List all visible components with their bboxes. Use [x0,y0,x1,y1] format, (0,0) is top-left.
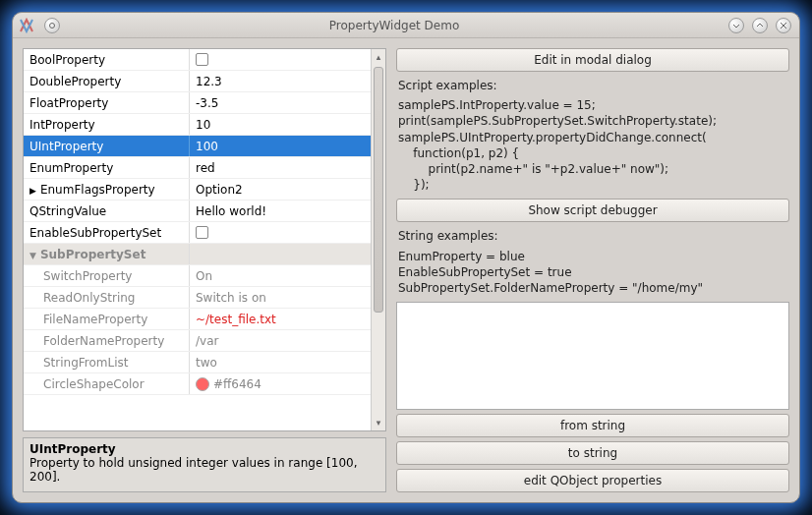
edit-modal-button[interactable]: Edit in modal dialog [396,48,789,72]
property-name: ▼SubPropertySet [24,248,189,261]
property-row[interactable]: UIntProperty100 [24,136,385,157]
property-row[interactable]: CircleShapeColor#ff6464 [24,373,385,395]
property-row[interactable]: EnableSubPropertySet [24,222,385,244]
titlebar: PropertyWidget Demo [13,13,799,38]
property-row[interactable]: FloatProperty-3.5 [24,92,385,114]
property-name: EnumProperty [24,161,189,175]
maximize-button[interactable] [752,18,768,33]
scroll-down-arrow[interactable]: ▾ [372,415,385,430]
property-row[interactable]: ▶EnumFlagsPropertyOption2 [24,179,385,200]
property-name: ReadOnlyString [24,291,189,305]
checkbox[interactable] [196,53,208,66]
property-name: SwitchProperty [24,269,189,283]
expand-right-icon: ▶ [29,186,36,196]
string-examples-label: String examples: [396,226,789,246]
property-name: BoolProperty [24,53,189,67]
property-table[interactable]: BoolPropertyDoubleProperty12.3FloatPrope… [23,48,386,431]
to-string-button[interactable]: to string [396,441,789,465]
show-debugger-button[interactable]: Show script debugger [396,199,789,222]
property-name: ▶EnumFlagsProperty [24,183,189,197]
window-title: PropertyWidget Demo [62,19,726,32]
property-value[interactable]: Hello world! [189,200,385,221]
property-name: FloatProperty [24,96,189,110]
description-box: UIntProperty Property to hold unsigned i… [23,437,386,492]
property-row[interactable]: FolderNameProperty/var [24,330,385,352]
property-name: FileNameProperty [24,313,189,326]
property-value[interactable]: 12.3 [189,71,385,91]
property-row[interactable]: SwitchPropertyOn [24,265,385,287]
script-examples-text: samplePS.IntProperty.value = 15; print(s… [396,95,789,195]
property-value[interactable]: ~/test_file.txt [189,309,385,329]
description-body: Property to hold unsigned integer values… [29,456,379,484]
property-name: EnableSubPropertySet [24,226,189,240]
string-input-textarea[interactable] [396,302,789,410]
property-row[interactable]: ▼SubPropertySet [24,244,385,265]
property-value[interactable]: 10 [189,114,385,135]
scrollbar[interactable]: ▴ ▾ [371,49,385,430]
property-name: UIntProperty [24,140,189,153]
svg-point-0 [50,23,55,28]
property-row[interactable]: StringFromListtwo [24,352,385,373]
property-value[interactable]: -3.5 [189,92,385,113]
string-examples-text: EnumProperty = blue EnableSubPropertySet… [396,247,789,299]
property-row[interactable]: EnumPropertyred [24,157,385,179]
property-name: IntProperty [24,118,189,132]
property-row[interactable]: ReadOnlyStringSwitch is on [24,287,385,309]
property-value[interactable]: #ff6464 [189,373,385,394]
window-menu-button[interactable] [44,18,60,33]
property-value[interactable]: /var [189,330,385,351]
property-row[interactable]: DoubleProperty12.3 [24,71,385,92]
property-value[interactable]: Switch is on [189,287,385,308]
property-value[interactable]: Option2 [189,179,385,200]
property-value[interactable]: two [189,352,385,372]
property-row[interactable]: QStringValueHello world! [24,200,385,222]
minimize-button[interactable] [728,18,744,33]
edit-qobject-button[interactable]: edit QObject properties [396,469,789,492]
property-row[interactable]: IntProperty10 [24,114,385,136]
expand-down-icon: ▼ [29,251,36,260]
property-name: StringFromList [24,356,189,370]
property-value [189,244,385,264]
scroll-up-arrow[interactable]: ▴ [372,49,385,65]
property-value[interactable]: red [189,157,385,178]
property-name: CircleShapeColor [24,377,189,391]
property-row[interactable]: BoolProperty [24,49,385,71]
script-examples-label: Script examples: [396,76,789,95]
description-title: UIntProperty [29,442,379,456]
property-name: QStringValue [24,204,189,218]
checkbox[interactable] [196,226,208,239]
property-value[interactable]: On [189,265,385,286]
property-row[interactable]: FileNameProperty~/test_file.txt [24,309,385,330]
close-button[interactable] [776,18,791,33]
property-value[interactable]: 100 [189,136,385,156]
property-name: DoubleProperty [24,75,189,88]
property-value[interactable] [189,49,385,70]
scroll-thumb[interactable] [374,67,383,313]
property-value[interactable] [189,222,385,243]
from-string-button[interactable]: from string [396,414,789,437]
app-icon [19,18,34,33]
property-name: FolderNameProperty [24,334,189,348]
color-swatch [196,377,209,391]
